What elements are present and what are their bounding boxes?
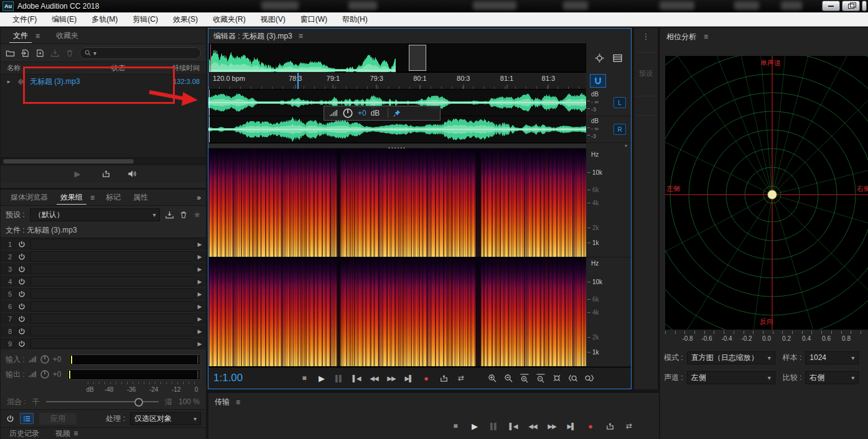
slot-arrow-icon[interactable]: ▶ xyxy=(194,303,206,310)
panel-menu-icon[interactable]: ≡ xyxy=(236,398,240,407)
play-button[interactable]: ▶ xyxy=(467,419,482,433)
restore-button[interactable] xyxy=(842,1,860,11)
menu-item-favorites[interactable]: 收藏夹(R) xyxy=(205,12,253,27)
slot-arrow-icon[interactable]: ▶ xyxy=(194,254,206,260)
menu-item-help[interactable]: 帮助(H) xyxy=(335,12,375,27)
tab-files[interactable]: 文件 xyxy=(7,28,34,44)
spectrogram-left-channel[interactable] xyxy=(208,149,586,257)
range-grid-icon[interactable] xyxy=(612,53,623,63)
scrollbar-thumb[interactable] xyxy=(3,159,134,164)
effect-slot[interactable]: 4▶ xyxy=(1,275,206,288)
gain-hud[interactable]: +0 dB xyxy=(324,106,441,121)
effect-slot[interactable]: 7▶ xyxy=(1,313,206,325)
slot-arrow-icon[interactable]: ▶ xyxy=(194,291,206,297)
power-icon[interactable] xyxy=(14,327,29,336)
power-icon[interactable] xyxy=(14,290,29,298)
power-icon[interactable] xyxy=(14,340,29,348)
rack-list-toggle-icon[interactable] xyxy=(20,413,34,424)
stop-button[interactable]: ■ xyxy=(297,371,312,385)
preset-dropdown[interactable]: （默认） ▾ xyxy=(30,208,161,221)
preview-play-button[interactable]: ▶ xyxy=(70,167,85,181)
wave-spectral-splitter[interactable]: •••••• xyxy=(208,143,586,149)
tab-favorites[interactable]: 收藏夹 xyxy=(50,28,85,44)
effect-slot[interactable]: 5▶ xyxy=(1,288,206,300)
tab-properties[interactable]: 属性 xyxy=(127,190,154,205)
tab-media-browser[interactable]: 媒体浏览器 xyxy=(4,190,54,205)
zoom-navigate-icon[interactable] xyxy=(594,53,605,63)
skip-to-end-button[interactable]: ▶▌ xyxy=(401,371,416,385)
effect-slot[interactable]: 1▶ xyxy=(1,238,206,251)
panel-menu-icon[interactable]: ≡ xyxy=(299,32,303,40)
skip-to-start-button[interactable]: ▌◀ xyxy=(506,419,521,433)
delete-file-icon[interactable] xyxy=(65,49,74,58)
slot-arrow-icon[interactable]: ▶ xyxy=(194,341,206,347)
overview-viewport-box[interactable] xyxy=(409,45,426,71)
menu-item-clip[interactable]: 剪辑(C) xyxy=(125,12,166,27)
time-display[interactable]: 1:1.00 xyxy=(208,372,294,384)
minimize-button[interactable] xyxy=(822,1,840,11)
open-file-icon[interactable] xyxy=(6,49,15,58)
new-file-icon[interactable] xyxy=(35,49,45,58)
effect-slot[interactable]: 8▶ xyxy=(1,325,206,338)
rewind-button[interactable]: ◀◀ xyxy=(525,419,540,433)
scale-menu-icon[interactable]: ▾ xyxy=(625,143,627,149)
tab-markers[interactable]: 标记 xyxy=(100,190,127,205)
loop-playback-button[interactable] xyxy=(436,371,451,385)
sample-dropdown[interactable]: 1024 ▾ xyxy=(805,351,859,364)
menu-item-window[interactable]: 窗口(W) xyxy=(293,12,335,27)
mix-slider[interactable] xyxy=(46,401,159,402)
menu-item-edit[interactable]: 编辑(E) xyxy=(44,12,84,27)
auto-play-speaker-icon[interactable] xyxy=(127,169,137,178)
slot-arrow-icon[interactable]: ▶ xyxy=(194,316,206,322)
stop-button[interactable]: ■ xyxy=(448,419,463,433)
more-tabs-icon[interactable]: » xyxy=(197,193,201,202)
timeline-ruler[interactable]: 120.0 bpm 78:3 79:1 79:3 80:1 80:3 81:1 … xyxy=(208,72,586,90)
rewind-button[interactable]: ◀◀ xyxy=(366,371,381,385)
skip-selection-button[interactable]: ⇄ xyxy=(622,419,637,433)
overview-waveform[interactable] xyxy=(208,44,586,72)
apply-button[interactable]: 应用 xyxy=(39,412,77,425)
slot-arrow-icon[interactable]: ▶ xyxy=(194,328,206,335)
panel-menu-icon[interactable]: ≡ xyxy=(73,429,78,438)
delete-preset-icon[interactable] xyxy=(179,210,188,220)
tab-history[interactable]: 历史记录 xyxy=(9,428,39,439)
zoom-in-width-button[interactable] xyxy=(517,371,532,385)
menu-item-effects[interactable]: 效果(S) xyxy=(166,12,205,27)
gain-knob[interactable] xyxy=(342,108,353,119)
insert-multitrack-icon[interactable] xyxy=(50,49,60,58)
menu-item-view[interactable]: 视图(V) xyxy=(253,12,293,27)
mode-dropdown[interactable]: 直方图（日志缩放） ▾ xyxy=(687,351,775,364)
panel-menu-icon[interactable]: ≡ xyxy=(704,32,708,41)
effect-slot[interactable]: 2▶ xyxy=(1,251,206,263)
effect-slot[interactable]: 9▶ xyxy=(1,338,206,350)
slot-arrow-icon[interactable]: ▶ xyxy=(194,279,206,285)
input-gain-knob[interactable] xyxy=(40,354,50,364)
menu-item-file[interactable]: 文件(F) xyxy=(5,12,44,27)
output-gain-knob[interactable] xyxy=(40,369,50,379)
zoom-in-right-button[interactable] xyxy=(582,371,597,385)
power-icon[interactable] xyxy=(14,252,29,261)
power-icon[interactable] xyxy=(14,277,29,286)
menu-item-multitrack[interactable]: 多轨(M) xyxy=(84,12,125,27)
panel-menu-icon[interactable]: ≡ xyxy=(90,193,95,202)
right-channel-button[interactable]: R xyxy=(614,124,626,135)
power-icon[interactable] xyxy=(14,302,29,311)
zoom-in-button[interactable] xyxy=(485,371,500,385)
pause-button[interactable]: ▌▌ xyxy=(332,371,347,385)
skip-to-end-button[interactable]: ▶▌ xyxy=(564,419,579,433)
record-button[interactable]: ● xyxy=(583,419,598,433)
effect-slot[interactable]: 6▶ xyxy=(1,300,206,313)
compare-dropdown[interactable]: 右侧 ▾ xyxy=(805,371,859,384)
fast-forward-button[interactable]: ▶▶ xyxy=(544,419,559,433)
save-preset-icon[interactable] xyxy=(165,210,174,220)
horizontal-scrollbar[interactable] xyxy=(1,157,206,165)
spectrogram-right-channel[interactable] xyxy=(208,257,586,367)
skip-selection-button[interactable]: ⇄ xyxy=(454,371,469,385)
pin-hud-icon[interactable] xyxy=(393,109,401,118)
tab-video[interactable]: 视频 xyxy=(55,429,70,438)
zoom-in-left-button[interactable] xyxy=(566,371,581,385)
loop-playback-icon[interactable] xyxy=(101,169,111,178)
snap-magnet-toggle[interactable] xyxy=(590,74,606,88)
waveform-left-channel[interactable]: +0 dB xyxy=(208,90,586,116)
slot-arrow-icon[interactable]: ▶ xyxy=(194,266,206,272)
